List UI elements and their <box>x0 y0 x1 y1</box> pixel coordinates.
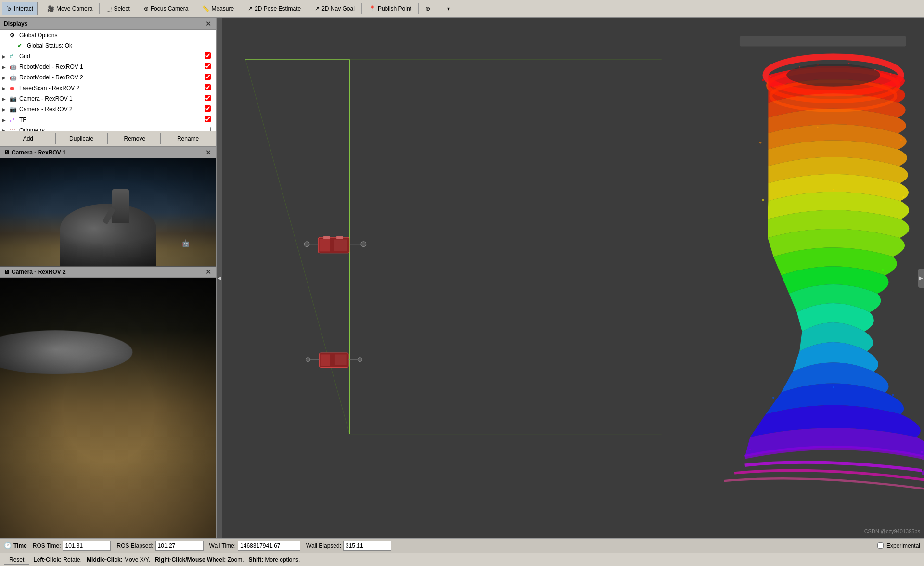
svg-rect-13 <box>336 236 343 239</box>
hints-bar: Reset Left-Click: Rotate. Middle-Click: … <box>0 553 924 566</box>
robot1-icon: 🤖 <box>10 64 19 70</box>
svg-point-38 <box>817 126 818 128</box>
camera1-view[interactable]: 🤖 <box>0 158 216 266</box>
pose-icon: ↗ <box>248 5 253 12</box>
svg-rect-20 <box>335 354 346 365</box>
svg-point-39 <box>762 199 764 201</box>
crosshair-button[interactable]: ⊕ <box>421 2 435 15</box>
measure-button[interactable]: 📏 Measure <box>198 2 238 15</box>
tf-check[interactable] <box>205 116 214 124</box>
3d-viewport[interactable]: ▶ CSDN @czy9401395ps <box>222 18 924 538</box>
tf-icon: ⇄ <box>10 116 19 123</box>
duplicate-button[interactable]: Duplicate <box>55 133 108 144</box>
display-item-robot1[interactable]: ▶ 🤖 RobotModel - RexROV 1 <box>0 62 216 72</box>
svg-point-23 <box>306 358 310 362</box>
svg-rect-10 <box>319 239 330 251</box>
laser-label: LaserScan - RexROV 2 <box>19 85 205 91</box>
grid-expand-icon: ▶ <box>2 54 10 59</box>
svg-point-33 <box>848 63 849 64</box>
displays-content: ⚙ Global Options ✔ Global Status: Ok ▶ #… <box>0 30 216 131</box>
interact-button[interactable]: 🖱 Interact <box>2 2 38 15</box>
svg-point-50 <box>786 64 880 87</box>
cam2-check[interactable] <box>205 105 214 113</box>
wall-time-input[interactable] <box>238 541 300 551</box>
svg-point-47 <box>749 449 751 450</box>
move-camera-label: Move Camera <box>56 5 92 12</box>
camera1-panel: 🖥 Camera - RexROV 1 ✕ 🤖 <box>0 147 216 267</box>
svg-rect-19 <box>321 354 330 366</box>
tf-expand-icon: ▶ <box>2 117 10 123</box>
display-item-robot2[interactable]: ▶ 🤖 RobotModel - RexROV 2 <box>0 72 216 83</box>
svg-rect-12 <box>323 236 330 239</box>
separator-8 <box>418 3 419 14</box>
move-camera-button[interactable]: 🎥 Move Camera <box>43 2 97 15</box>
svg-point-41 <box>833 189 834 190</box>
measure-label: Measure <box>211 5 234 12</box>
camera2-close-button[interactable]: ✕ <box>205 268 212 276</box>
focus-camera-button[interactable]: ⊕ Focus Camera <box>140 2 193 15</box>
extra-button[interactable]: — ▾ <box>436 2 454 15</box>
panel-collapse-handle[interactable]: ◀ <box>217 18 222 538</box>
cam1-icon: 📷 <box>10 95 19 102</box>
global-options-label: Global Options <box>19 32 214 39</box>
ros-time-input[interactable] <box>63 541 111 551</box>
focus-camera-label: Focus Camera <box>151 5 189 12</box>
laser-check[interactable] <box>205 84 214 92</box>
svg-point-30 <box>895 78 897 80</box>
displays-buttons: Add Duplicate Remove Rename <box>0 131 216 146</box>
odom-label: Odometry <box>19 127 205 131</box>
select-icon: ⬚ <box>106 5 112 12</box>
camera2-view[interactable] <box>0 278 216 538</box>
grid-check[interactable] <box>205 52 214 60</box>
display-item-cam2[interactable]: ▶ 📷 Camera - RexROV 2 <box>0 104 216 115</box>
display-item-cam1[interactable]: ▶ 📷 Camera - RexROV 1 <box>0 93 216 104</box>
move-camera-icon: 🎥 <box>47 5 54 12</box>
experimental-checkbox[interactable] <box>877 542 884 549</box>
svg-point-37 <box>900 139 902 141</box>
svg-point-28 <box>762 79 764 81</box>
display-item-laserscan[interactable]: ▶ ⬬ LaserScan - RexROV 2 <box>0 83 216 93</box>
camera1-close-button[interactable]: ✕ <box>205 149 212 156</box>
reset-button[interactable]: Reset <box>4 555 29 565</box>
display-item-tf[interactable]: ▶ ⇄ TF <box>0 115 216 125</box>
laser-expand-icon: ▶ <box>2 86 10 91</box>
svg-point-45 <box>892 394 894 396</box>
viewport-right-handle[interactable]: ▶ <box>918 269 924 288</box>
pose-estimate-button[interactable]: ↗ 2D Pose Estimate <box>244 2 305 15</box>
separator-3 <box>137 3 137 14</box>
viewport-canvas <box>222 18 924 538</box>
robot1-check[interactable] <box>205 63 214 71</box>
publish-point-icon: 📍 <box>369 5 376 12</box>
cam1-expand-icon: ▶ <box>2 96 10 102</box>
robot2-check[interactable] <box>205 74 214 81</box>
display-item-grid[interactable]: ▶ # Grid <box>0 51 216 62</box>
clock-icon: 🕐 <box>4 542 12 549</box>
display-item-global-options[interactable]: ⚙ Global Options <box>0 30 216 40</box>
toolbar: 🖱 Interact 🎥 Move Camera ⬚ Select ⊕ Focu… <box>0 0 924 18</box>
svg-point-31 <box>890 73 891 75</box>
display-item-odometry[interactable]: ▶ 〰 Odometry <box>0 125 216 131</box>
odom-expand-icon: ▶ <box>2 128 10 131</box>
rename-button[interactable]: Rename <box>162 133 214 144</box>
svg-point-42 <box>783 272 785 274</box>
svg-rect-11 <box>334 240 347 251</box>
svg-point-46 <box>833 386 834 388</box>
svg-point-16 <box>304 242 309 247</box>
publish-point-button[interactable]: 📍 Publish Point <box>364 2 416 15</box>
odom-check[interactable] <box>205 127 214 131</box>
laser-icon: ⬬ <box>10 85 19 91</box>
cam1-check[interactable] <box>205 95 214 103</box>
focus-camera-icon: ⊕ <box>144 5 149 12</box>
global-status-label: Global Status: Ok <box>27 42 214 49</box>
watermark: CSDN @czy9401395ps <box>864 528 920 534</box>
ros-time-label: ROS Time: <box>33 542 61 549</box>
wall-elapsed-input[interactable] <box>343 541 391 551</box>
add-button[interactable]: Add <box>2 133 54 144</box>
select-button[interactable]: ⬚ Select <box>102 2 134 15</box>
displays-panel: Displays ✕ ⚙ Global Options ✔ Global Sta… <box>0 18 216 147</box>
nav-goal-button[interactable]: ↗ 2D Nav Goal <box>310 2 359 15</box>
remove-button[interactable]: Remove <box>109 133 161 144</box>
ros-elapsed-input[interactable] <box>155 541 204 551</box>
display-item-global-status[interactable]: ✔ Global Status: Ok <box>0 40 216 51</box>
displays-close-button[interactable]: ✕ <box>205 20 212 27</box>
